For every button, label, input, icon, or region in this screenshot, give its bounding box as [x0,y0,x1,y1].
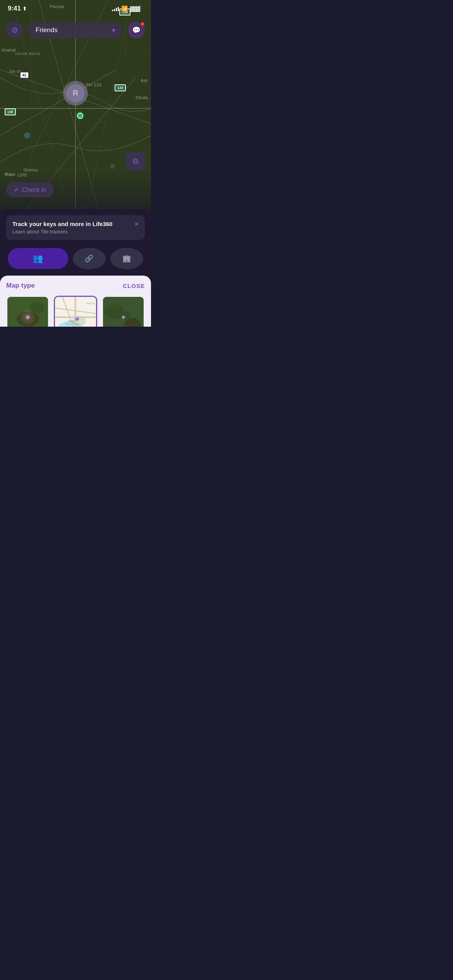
map-option-street[interactable]: Magic Kingdom Park World Dr Street [54,296,97,327]
map-type-title: Map type [6,282,35,290]
bottom-panel: Track your keys and more in Life360 Lear… [0,209,151,327]
gear-icon: ⚙ [11,26,18,35]
map-label-adr: Adr [141,78,148,83]
svg-text:World Dr: World Dr [87,302,96,305]
chevron-down-icon: ▾ [112,26,115,34]
svg-text:Kingdom Park: Kingdom Park [65,323,79,325]
location-dot [77,113,83,119]
location-arrow-icon: ⬆ [22,6,27,12]
tile-banner-close-button[interactable]: × [134,221,139,228]
status-right: 📶 ▓▓▓▏ [112,5,143,12]
tile-banner-text: Track your keys and more in Life360 Lear… [12,221,112,235]
chat-button[interactable]: 💬 [128,22,145,39]
layers-button[interactable]: ⧉ [126,152,145,170]
user-location-pin: R [63,81,88,106]
map-type-close-button[interactable]: CLOSE [123,283,145,289]
svg-point-14 [26,315,30,319]
svg-point-15 [27,316,29,319]
tile-banner-title: Track your keys and more in Life360 [12,221,112,227]
status-bar: 9:41 ⬆ 📶 ▓▓▓▏ [0,0,151,17]
apple-icon: Maps [5,172,15,176]
map-overlay-top: ⚙ Friends ▾ 💬 [0,19,151,42]
layers-icon: ⧉ [133,157,138,166]
map-label-hhatral: hhatral [2,48,16,52]
satellite-map-thumbnail [102,296,145,327]
auto-map-thumbnail [6,296,49,327]
wifi-icon: 📶 [121,5,128,12]
settings-button[interactable]: ⚙ [6,22,23,39]
places-icon: 🏢 [122,254,131,263]
check-icon: ✔ [14,186,19,194]
tile-nav-button[interactable]: 🔗 [73,248,106,269]
signal-bars [112,6,119,11]
tile-banner-subtitle: Learn about Tile trackers [12,229,112,235]
svg-point-13 [29,302,44,314]
street-map-thumbnail: Magic Kingdom Park World Dr [54,296,97,327]
svg-point-33 [122,316,124,318]
road-sign-41: 41 [20,72,29,79]
friends-label: Friends [36,26,58,34]
map-option-auto[interactable]: Auto [6,296,49,327]
friends-dropdown[interactable]: Friends ▾ [28,22,123,38]
svg-point-9 [24,132,30,139]
signal-bar-3 [116,8,117,11]
status-time: 9:41 ⬆ [8,5,27,12]
road-sign-138-left: 138 [5,108,16,115]
svg-line-3 [0,70,116,135]
tile-tracker-banner: Track your keys and more in Life360 Lear… [6,215,145,240]
time-display: 9:41 [8,5,21,12]
svg-rect-11 [7,297,48,327]
map-container[interactable]: Pansar hhatral ISAND ROAD SH 41 Adr SH 1… [0,0,151,217]
map-label-isand-road: ISAND ROAD [15,52,41,56]
people-icon: 👥 [33,254,43,264]
user-avatar-outer: R [63,81,88,106]
close-icon: × [134,220,139,228]
check-in-label: Check in [22,187,46,194]
auto-thumbnail-image [7,297,48,327]
svg-point-24 [76,318,78,320]
map-type-header: Map type CLOSE [6,282,145,290]
svg-point-10 [110,164,115,169]
user-avatar-inner: R [66,84,85,103]
tile-icon: 🔗 [85,254,93,263]
signal-bar-1 [112,10,113,11]
legal-link[interactable]: Legal [17,172,27,176]
map-type-options: Auto [6,296,145,327]
nav-buttons: 👥 🔗 🏢 [0,243,151,276]
map-option-satellite[interactable]: Satellite [102,296,145,327]
battery-icon: ▓▓▓▏ [130,6,143,12]
chat-bubble-icon: 💬 [132,26,141,34]
check-in-button[interactable]: ✔ Check in [6,182,54,197]
street-thumbnail-image: Magic Kingdom Park World Dr [55,297,96,327]
map-type-section: Map type CLOSE [0,276,151,327]
apple-maps-credit: Maps Legal [5,172,27,176]
svg-point-31 [120,311,131,320]
places-nav-button[interactable]: 🏢 [110,248,143,269]
satellite-thumbnail-image [103,297,144,327]
road-sign-133: 133 [115,84,126,91]
chat-notification-badge [140,22,145,26]
svg-point-12 [17,312,39,326]
signal-bar-2 [114,9,115,11]
map-label-titoda: Titoda [135,95,148,100]
signal-bar-4 [118,7,119,11]
people-nav-button[interactable]: 👥 [8,248,68,269]
map-label-sh133: SH 133 [86,82,101,87]
